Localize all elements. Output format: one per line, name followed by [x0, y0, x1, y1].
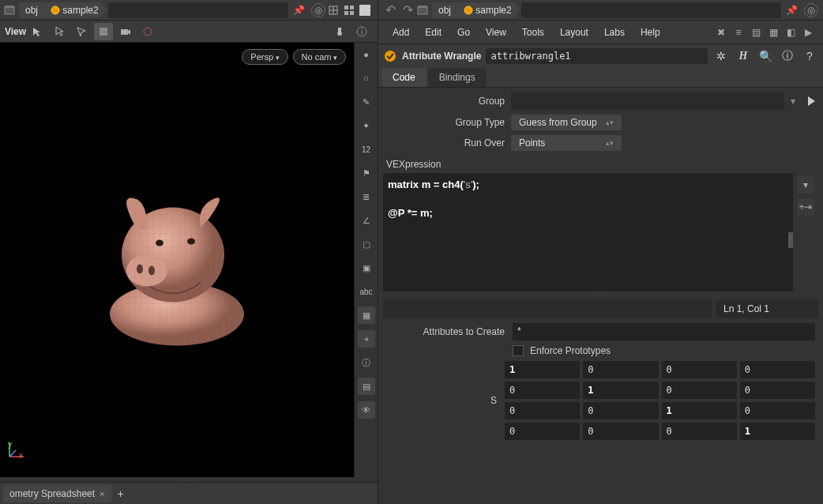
matrix-cell-2-3[interactable]: 0	[740, 402, 815, 419]
group-select-button[interactable]	[808, 96, 815, 106]
eye-icon[interactable]: 👁	[358, 401, 375, 419]
box-icon[interactable]	[327, 4, 340, 17]
camera-icon[interactable]	[116, 23, 135, 40]
matrix-cell-3-3[interactable]: 1	[740, 423, 815, 440]
matrix-cell-3-2[interactable]: 0	[662, 423, 737, 440]
matrix-cell-1-0[interactable]: 0	[505, 382, 580, 399]
play-icon[interactable]: ▶	[799, 27, 817, 38]
shaded-icon[interactable]	[94, 23, 113, 40]
move-icon[interactable]	[72, 23, 91, 40]
menu-layout[interactable]: Layout	[552, 27, 596, 38]
close-tab-icon[interactable]: ×	[100, 489, 104, 498]
info-icon[interactable]: i	[352, 23, 371, 40]
menu-edit[interactable]: Edit	[417, 27, 449, 38]
matrix-cell-2-1[interactable]: 0	[583, 402, 658, 419]
grid3-icon[interactable]: ▦	[765, 27, 782, 38]
path-dropdown-r[interactable]	[521, 2, 781, 18]
menu-go[interactable]: Go	[449, 27, 478, 38]
matrix-cell-0-3[interactable]: 0	[740, 361, 815, 378]
tree-icon[interactable]: ≡	[730, 27, 747, 38]
matrix-cell-3-1[interactable]: 0	[583, 423, 658, 440]
matrix-cell-0-0[interactable]: 1	[505, 361, 580, 378]
scene-icon[interactable]	[3, 4, 16, 17]
nav-back-icon[interactable]: ↶	[381, 2, 399, 17]
group-field[interactable]	[511, 92, 784, 110]
matrix-cell-0-2[interactable]: 0	[662, 361, 737, 378]
svg-rect-11	[100, 28, 107, 36]
light-icon[interactable]	[330, 23, 349, 40]
square-icon[interactable]: ▢	[358, 235, 375, 253]
matrix-cell-3-0[interactable]: 0	[505, 423, 580, 440]
leaf-icon[interactable]: ✦	[358, 117, 375, 134]
matrix-cell-1-2[interactable]: 0	[662, 382, 737, 399]
matrix-cell-2-0[interactable]: 0	[505, 402, 580, 419]
menu-add[interactable]: Add	[385, 27, 417, 38]
layers-icon[interactable]: ≣	[358, 188, 375, 205]
camera-dropdown[interactable]: No cam	[293, 49, 346, 65]
flag-icon[interactable]: ⚑	[358, 164, 375, 182]
menu-view[interactable]: View	[478, 27, 514, 38]
label-abc[interactable]: abc	[358, 283, 375, 300]
pen-icon[interactable]: ✎	[358, 93, 375, 111]
dot2-icon[interactable]: ○	[358, 70, 375, 87]
svg-point-2	[51, 6, 59, 14]
menu-tools[interactable]: Tools	[514, 27, 552, 38]
add-tab-button[interactable]: +	[118, 487, 124, 500]
path-seg-sample2[interactable]: sample2	[38, 2, 107, 18]
snap-icon-r[interactable]: ◎	[804, 3, 818, 17]
grid-icon[interactable]	[343, 4, 355, 17]
path-seg-sample2-r[interactable]: sample2	[451, 2, 520, 18]
grouptype-select[interactable]: Guess from Group ▴▾	[511, 115, 622, 130]
vex-code-editor[interactable]: matrix m = ch4('s'); @P *= m;	[383, 173, 793, 291]
svg-text:i: i	[361, 28, 363, 36]
nav-fwd-icon[interactable]: ↷	[399, 2, 416, 17]
menu-labs[interactable]: Labs	[596, 27, 633, 38]
grid2-icon[interactable]: ▤	[358, 378, 375, 395]
menu-help[interactable]: Help	[633, 27, 668, 38]
svg-rect-14	[338, 28, 341, 32]
svg-point-33	[385, 51, 396, 62]
spreadsheet-tab[interactable]: ometry Spreadsheet ×	[3, 485, 111, 502]
tab-code[interactable]: Code	[381, 68, 427, 87]
search-icon[interactable]: 🔍	[757, 50, 774, 62]
houdini-h-icon[interactable]: H	[735, 50, 752, 62]
angle-icon[interactable]: ∠	[358, 212, 375, 229]
matrix-cell-1-1[interactable]: 1	[583, 382, 658, 399]
matrix-cell-1-3[interactable]: 0	[740, 382, 815, 399]
tab-bindings[interactable]: Bindings	[428, 68, 487, 87]
gear-icon[interactable]: ✲	[712, 50, 730, 62]
group-dropdown-icon[interactable]: ▾	[791, 96, 802, 107]
scene-icon-right[interactable]	[416, 4, 429, 17]
select-arrow-icon[interactable]	[28, 23, 47, 40]
runover-select[interactable]: Points ▴▾	[511, 135, 622, 151]
label-12[interactable]: 12	[358, 141, 375, 158]
path-dropdown[interactable]	[108, 2, 288, 18]
code-expand-icon[interactable]: ▾	[797, 176, 814, 194]
code-add-param-icon[interactable]: +⇥	[797, 198, 814, 216]
enforce-checkbox[interactable]	[513, 345, 524, 356]
matrix-cell-0-1[interactable]: 0	[583, 361, 658, 378]
list-icon[interactable]: ▤	[747, 27, 765, 38]
info2-icon[interactable]: ⓘ	[358, 354, 375, 371]
help-icon[interactable]: ?	[801, 50, 818, 62]
image-icon[interactable]: ▦	[358, 307, 375, 324]
marker-icon[interactable]: ⌖	[358, 330, 375, 348]
code-resize-handle[interactable]: ::::	[378, 291, 823, 296]
snap-icon[interactable]: ◎	[311, 3, 325, 17]
toggle-icon[interactable]: ◧	[782, 27, 799, 38]
wrench-icon[interactable]: ✖	[712, 27, 730, 38]
node-name-field[interactable]: attribwrangle1	[486, 48, 708, 64]
pin-icon[interactable]: 📌	[293, 5, 305, 16]
pin-icon-r[interactable]: 📌	[786, 5, 798, 16]
dot1-icon[interactable]: ●	[358, 46, 375, 63]
record-icon[interactable]	[138, 23, 157, 40]
scrollbar-indicator[interactable]	[788, 232, 793, 248]
matrix-cell-2-2[interactable]: 1	[662, 402, 737, 419]
solid-icon[interactable]	[359, 4, 371, 17]
cursor-icon[interactable]	[50, 23, 69, 40]
3d-viewport[interactable]: Persp No cam	[0, 43, 354, 477]
persp-dropdown[interactable]: Persp	[242, 49, 287, 65]
cube-icon[interactable]: ▣	[358, 259, 375, 276]
attrs-create-field[interactable]: *	[513, 323, 815, 340]
info3-icon[interactable]: ⓘ	[779, 49, 796, 63]
